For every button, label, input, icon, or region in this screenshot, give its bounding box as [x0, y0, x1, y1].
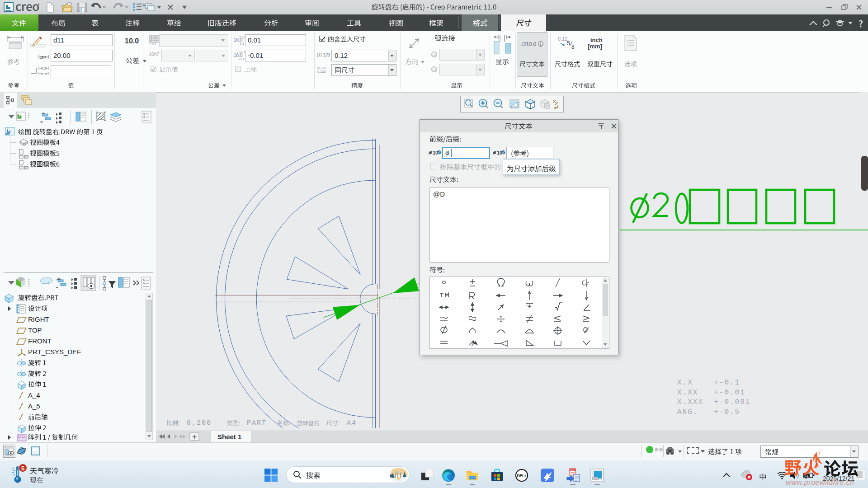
- svg-text:10: 10: [149, 52, 154, 57]
- svg-text:10.123: 10.123: [316, 52, 330, 57]
- svg-text:8: 8: [571, 44, 575, 50]
- svg-text:[mm]: [mm]: [588, 43, 602, 50]
- svg-text:-0.123: -0.123: [316, 70, 326, 73]
- svg-text:-0.1: -0.1: [239, 57, 244, 61]
- svg-text:h7: h7: [154, 52, 160, 57]
- svg-text:+0.123: +0.123: [316, 66, 326, 70]
- svg-text:∅10.0: ∅10.0: [521, 41, 536, 47]
- svg-text:-0.1: -0.1: [239, 42, 244, 45]
- svg-text:PDF: PDF: [571, 469, 575, 471]
- svg-text:1: 1: [540, 42, 542, 47]
- svg-text:10: 10: [40, 55, 44, 60]
- svg-text:12: 12: [42, 72, 46, 75]
- svg-text:DELL: DELL: [517, 473, 527, 478]
- svg-text:5: 5: [567, 40, 570, 47]
- svg-text:inch: inch: [590, 37, 603, 43]
- svg-text:10: 10: [42, 66, 46, 71]
- svg-text:0.12: 0.12: [558, 36, 567, 42]
- svg-text:±0.1: ±0.1: [150, 42, 157, 46]
